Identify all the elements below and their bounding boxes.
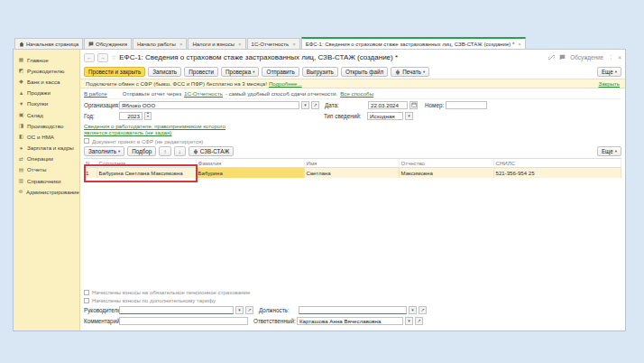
export-button[interactable]: Выгрузить (302, 67, 338, 77)
move-up-button[interactable]: ↑ (159, 146, 170, 156)
close-icon[interactable]: × (238, 42, 242, 47)
close-icon[interactable]: × (292, 42, 296, 47)
sidebar-item-fixed-assets[interactable]: ◧ОС и НМА (14, 131, 79, 142)
cell-snils[interactable]: 521-356-954 25 (493, 168, 621, 178)
open-file-button[interactable]: Открыть файл (341, 67, 388, 77)
column-header-lastname[interactable]: Фамилия (196, 159, 304, 168)
tab-home-page[interactable]: Начальная страница (14, 38, 83, 49)
date-input[interactable] (368, 101, 408, 109)
responsible-dropdown-icon[interactable]: ▾ (405, 317, 413, 325)
send-button[interactable]: Отправить (262, 67, 299, 77)
fill-button[interactable]: Заполнить▾ (84, 146, 124, 156)
assets-icon: ◧ (18, 134, 24, 139)
responsible-input[interactable] (297, 317, 403, 325)
spin-down-icon[interactable]: ▾ (147, 116, 149, 119)
year-spinner[interactable]: ▴ ▾ (144, 112, 152, 120)
discussion-link[interactable]: Обсуждение (570, 54, 603, 60)
organization-open-icon[interactable]: ↗ (311, 101, 319, 109)
sidebar-item-bank-cash[interactable]: ◆Банк и касса (14, 76, 79, 87)
discussion-icon[interactable] (559, 54, 566, 60)
table-more-button[interactable]: Еще▾ (597, 146, 621, 156)
write-button[interactable]: Записать (148, 67, 181, 77)
organization-dropdown-icon[interactable]: ▾ (301, 101, 309, 109)
sidebar-item-production[interactable]: ◨Производство (14, 120, 79, 131)
tab-discussions[interactable]: Обсуждения (84, 38, 132, 49)
sidebar-item-manager[interactable]: ◩Руководителю (14, 65, 79, 76)
position-input[interactable] (299, 306, 407, 314)
sidebar-item-label: Руководителю (27, 68, 64, 74)
column-header-firstname[interactable]: Имя (304, 159, 399, 168)
calendar-icon[interactable] (409, 101, 418, 109)
sidebar-item-operations[interactable]: ⇄Операции (14, 154, 79, 164)
all-methods-link[interactable]: Все способы (340, 90, 373, 97)
promo-close-link[interactable]: Закрыть (599, 80, 620, 87)
column-header-employee[interactable]: Сотрудник (97, 159, 196, 168)
grid-icon: ▦ (18, 57, 24, 62)
column-header-n[interactable]: N (84, 159, 97, 168)
check-button[interactable]: Проверка▾ (221, 67, 259, 77)
doc-accepted-row: Документ принят в СФР (не редактируется) (84, 137, 621, 145)
sidebar-item-label: Банк и касса (27, 79, 60, 85)
sidebar-item-salary-hr[interactable]: ●Зарплата и кадры (14, 143, 79, 154)
responsible-label: Ответственный: (253, 318, 295, 324)
cell-n[interactable]: 1 (84, 168, 97, 178)
sidebar: ▦Главное ◩Руководителю ◆Банк и касса ▲Пр… (14, 50, 80, 330)
head-input[interactable] (119, 306, 234, 314)
comment-input[interactable] (119, 317, 248, 325)
move-down-button[interactable]: ↓ (174, 146, 186, 156)
table-row[interactable]: 1 Бабурина Светлана Максимовна Бабурина … (84, 168, 621, 178)
responsible-open-icon[interactable]: ↗ (415, 317, 423, 325)
tab-1c-reporting[interactable]: 1С-Отчетность × (247, 38, 300, 49)
sidebar-item-purchases[interactable]: ▼Покупки (14, 98, 79, 109)
szv-stazh-print-button[interactable]: СЗВ-СТАЖ (189, 146, 235, 156)
position-dropdown-icon[interactable]: ▾ (409, 306, 417, 314)
position-open-icon[interactable]: ↗ (419, 306, 427, 314)
footer-fields: Начислены взносы на обязательное пенсион… (84, 288, 621, 330)
document-state-link[interactable]: В работе (84, 90, 107, 97)
year-input[interactable] (119, 112, 143, 120)
sidebar-item-administration[interactable]: ⊛Администрирование (14, 186, 79, 197)
favorite-star-icon[interactable]: ☆ (111, 54, 116, 61)
sidebar-item-warehouse[interactable]: ▣Склад (14, 109, 79, 120)
close-icon[interactable]: × (518, 42, 521, 47)
head-open-icon[interactable]: ↗ (245, 306, 253, 314)
chart-icon: ◩ (18, 68, 24, 73)
tab-getting-started[interactable]: Начало работы × (133, 38, 187, 49)
tab-efs1-document[interactable]: ЕФС-1: Сведения о страховом стаже застра… (301, 37, 526, 49)
back-button[interactable]: ← (84, 53, 95, 62)
column-header-snils[interactable]: СНИЛС (493, 159, 621, 168)
column-header-middlename[interactable]: Отчество (399, 159, 493, 168)
promo-details-link[interactable]: Подробнее... (269, 80, 302, 87)
organization-label: Организация: (84, 102, 117, 108)
post-and-close-button[interactable]: Провести и закрыть (84, 67, 145, 77)
form-header: ← → ☆ ЕФС-1: Сведения о страховом стаже … (84, 50, 621, 65)
more-dots-icon[interactable]: ⋮ (608, 54, 613, 60)
post-button[interactable]: Провести (184, 67, 218, 77)
info-type-input[interactable] (367, 112, 403, 120)
sidebar-item-main[interactable]: ▦Главное (14, 54, 79, 65)
close-icon[interactable]: × (179, 42, 183, 47)
cell-lastname[interactable]: Бабурина (196, 168, 304, 178)
forward-button[interactable]: → (97, 53, 108, 62)
print-button[interactable]: Печать▾ (391, 67, 429, 77)
close-form-icon[interactable]: × (618, 54, 621, 60)
head-dropdown-icon[interactable]: ▾ (235, 306, 244, 314)
pick-button[interactable]: Подбор (127, 146, 156, 156)
cell-employee[interactable]: Бабурина Светлана Максимовна (97, 168, 196, 178)
sidebar-item-reports[interactable]: ▤Отчеты (14, 164, 79, 175)
organization-input[interactable] (119, 101, 299, 109)
form-header-actions: Обсуждение ⋮ × (548, 54, 621, 60)
chevron-down-icon: ▾ (615, 70, 617, 74)
sidebar-item-label: Склад (27, 112, 43, 118)
cell-middlename[interactable]: Максимовна (399, 168, 493, 178)
sidebar-item-sales[interactable]: ▲Продажи (14, 88, 79, 98)
cell-firstname[interactable]: Светлана (304, 168, 399, 178)
predecessor-link[interactable]: Сведения о работодателе, правопреемником… (84, 123, 237, 136)
reporting-link[interactable]: 1С-Отчетность (184, 90, 223, 97)
sidebar-item-directories[interactable]: ▥Справочники (14, 175, 79, 186)
number-input[interactable] (446, 101, 487, 109)
link-icon[interactable] (548, 54, 555, 60)
info-type-dropdown-icon[interactable]: ▾ (405, 112, 413, 120)
tab-taxes[interactable]: Налоги и взносы × (188, 38, 245, 49)
more-button[interactable]: Еще▾ (597, 67, 621, 77)
